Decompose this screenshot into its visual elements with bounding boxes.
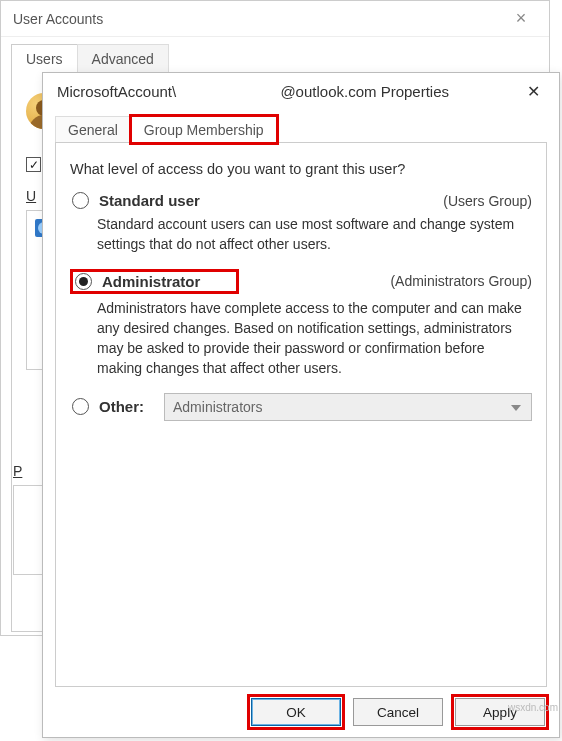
administrator-label: Administrator — [102, 273, 200, 290]
tab-general[interactable]: General — [55, 116, 131, 143]
properties-dialog: MicrosoftAccount\ @outlook.com Propertie… — [42, 72, 560, 738]
dialog-buttons: OK Cancel Apply — [43, 687, 559, 737]
option-administrator: Administrator (Administrators Group) Adm… — [70, 269, 532, 379]
standard-user-group: (Users Group) — [443, 193, 532, 209]
radio-other[interactable] — [72, 398, 89, 415]
standard-user-label: Standard user — [99, 192, 200, 209]
standard-user-desc: Standard account users can use most soft… — [97, 214, 532, 255]
ok-button[interactable]: OK — [251, 698, 341, 726]
radio-administrator[interactable] — [75, 273, 92, 290]
other-group-dropdown[interactable]: Administrators — [164, 393, 532, 421]
group-membership-panel: What level of access do you want to gran… — [55, 142, 547, 687]
tab-group-membership[interactable]: Group Membership — [131, 116, 277, 143]
properties-tabs: General Group Membership — [43, 109, 559, 142]
administrator-group: (Administrators Group) — [390, 273, 532, 289]
close-icon[interactable]: ✕ — [511, 76, 555, 106]
radio-standard-user[interactable] — [72, 192, 89, 209]
other-label: Other: — [99, 398, 144, 415]
watermark: wsxdn.com — [508, 702, 558, 713]
properties-title: MicrosoftAccount\ @outlook.com Propertie… — [57, 83, 511, 100]
administrator-desc: Administrators have complete access to t… — [97, 298, 532, 379]
other-dropdown-value: Administrators — [173, 399, 262, 415]
tab-users[interactable]: Users — [11, 44, 78, 73]
checkbox-icon[interactable] — [26, 157, 41, 172]
tab-advanced[interactable]: Advanced — [77, 44, 169, 73]
user-accounts-titlebar: User Accounts × — [1, 1, 549, 37]
user-accounts-tabs: Users Advanced — [1, 37, 549, 72]
access-level-question: What level of access do you want to gran… — [70, 161, 532, 177]
cancel-button[interactable]: Cancel — [353, 698, 443, 726]
user-accounts-title: User Accounts — [13, 11, 501, 27]
option-standard-user: Standard user (Users Group) Standard acc… — [70, 191, 532, 255]
option-other: Other: Administrators — [70, 393, 532, 421]
properties-titlebar: MicrosoftAccount\ @outlook.com Propertie… — [43, 73, 559, 109]
close-icon[interactable]: × — [501, 8, 541, 29]
